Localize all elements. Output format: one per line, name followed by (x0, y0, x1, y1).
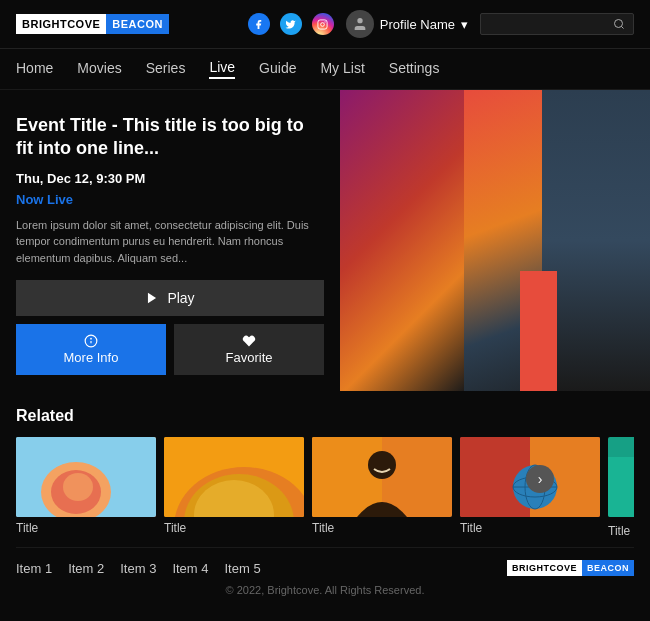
event-date: Thu, Dec 12, 9:30 PM (16, 171, 324, 186)
now-live-badge: Now Live (16, 192, 324, 207)
card-label-3: Title (312, 521, 452, 535)
action-buttons: More Info Favorite (16, 324, 324, 375)
more-info-label: More Info (64, 350, 119, 365)
footer-logo-beacon: BEACON (582, 560, 634, 576)
copyright: © 2022, Brightcove. All Rights Reserved. (0, 580, 650, 604)
profile-icon (346, 10, 374, 38)
social-icons (248, 13, 334, 35)
header: BRIGHTCOVE BEACON Profile Name ▾ (0, 0, 650, 49)
card-label-5: Title (608, 524, 630, 538)
svg-point-3 (357, 18, 362, 23)
favorite-label: Favorite (226, 350, 273, 365)
card-label-4: Title (460, 521, 600, 535)
card-label-2: Title (164, 521, 304, 535)
svg-rect-28 (608, 457, 634, 517)
nav-series[interactable]: Series (146, 60, 186, 78)
info-icon (84, 334, 98, 348)
footer-nav: Item 1 Item 2 Item 3 Item 4 Item 5 (16, 561, 261, 576)
list-item: Title (164, 437, 304, 539)
hero-content: Event Title - This title is too big to f… (0, 90, 340, 391)
facebook-icon[interactable] (248, 13, 270, 35)
footer-nav-item-3[interactable]: Item 3 (120, 561, 156, 576)
event-title: Event Title - This title is too big to f… (16, 114, 324, 161)
thumb-orange-bg (16, 437, 156, 517)
more-info-button[interactable]: More Info (16, 324, 166, 375)
thumb-person-bg (312, 437, 452, 517)
nav-movies[interactable]: Movies (77, 60, 121, 78)
svg-rect-0 (318, 19, 327, 28)
card-label-1: Title (16, 521, 156, 535)
footer-nav-item-1[interactable]: Item 1 (16, 561, 52, 576)
thumb-gold-bg (164, 437, 304, 517)
footer-logo: BRIGHTCOVE BEACON (507, 560, 634, 576)
thumb-person-art (312, 437, 452, 517)
logo-beacon: BEACON (106, 14, 169, 34)
search-input[interactable] (489, 17, 609, 31)
heart-icon (242, 334, 256, 348)
nav-home[interactable]: Home (16, 60, 53, 78)
profile-area[interactable]: Profile Name ▾ (346, 10, 468, 38)
list-item: Title (16, 437, 156, 539)
footer-nav-item-2[interactable]: Item 2 (68, 561, 104, 576)
hero-section: Event Title - This title is too big to f… (0, 90, 650, 391)
hero-image (340, 90, 650, 391)
play-label: Play (167, 290, 194, 306)
svg-point-1 (321, 22, 325, 26)
related-title: Related (16, 407, 634, 425)
thumb-orange-art (16, 437, 156, 517)
search-icon (613, 18, 625, 30)
play-button[interactable]: Play (16, 280, 324, 316)
logo: BRIGHTCOVE BEACON (16, 14, 169, 34)
nav-guide[interactable]: Guide (259, 60, 296, 78)
card-thumbnail-2[interactable] (164, 437, 304, 517)
profile-chevron: ▾ (461, 17, 468, 32)
twitter-icon[interactable] (280, 13, 302, 35)
play-icon (145, 291, 159, 305)
list-item: Title (312, 437, 452, 539)
thumb-partial-art (608, 437, 634, 517)
instagram-icon[interactable] (312, 13, 334, 35)
related-row: Title Title (16, 437, 634, 539)
svg-marker-6 (148, 293, 156, 304)
footer: Item 1 Item 2 Item 3 Item 4 Item 5 BRIGH… (0, 548, 650, 580)
favorite-button[interactable]: Favorite (174, 324, 324, 375)
main-nav: Home Movies Series Live Guide My List Se… (0, 49, 650, 90)
card-thumbnail-5-partial[interactable] (608, 437, 634, 517)
logo-brightcove: BRIGHTCOVE (16, 14, 106, 34)
list-item: Title (608, 437, 634, 539)
svg-line-5 (621, 26, 623, 28)
hero-shape-2 (542, 90, 651, 391)
svg-point-20 (368, 451, 396, 479)
footer-logo-brightcove: BRIGHTCOVE (507, 560, 582, 576)
profile-name: Profile Name (380, 17, 455, 32)
event-description: Lorem ipsum dolor sit amet, consectetur … (16, 217, 324, 267)
nav-mylist[interactable]: My List (320, 60, 364, 78)
search-bar[interactable] (480, 13, 634, 35)
thumb-gold-art (164, 437, 304, 517)
footer-nav-item-4[interactable]: Item 4 (172, 561, 208, 576)
related-section: Related Title (0, 391, 650, 547)
card-thumbnail-1[interactable] (16, 437, 156, 517)
svg-point-4 (615, 20, 623, 28)
header-right: Profile Name ▾ (248, 10, 634, 38)
nav-live[interactable]: Live (209, 59, 235, 79)
nav-settings[interactable]: Settings (389, 60, 440, 78)
footer-nav-item-5[interactable]: Item 5 (225, 561, 261, 576)
svg-point-13 (63, 473, 93, 501)
hero-shape-3 (520, 271, 557, 392)
card-thumbnail-3[interactable] (312, 437, 452, 517)
